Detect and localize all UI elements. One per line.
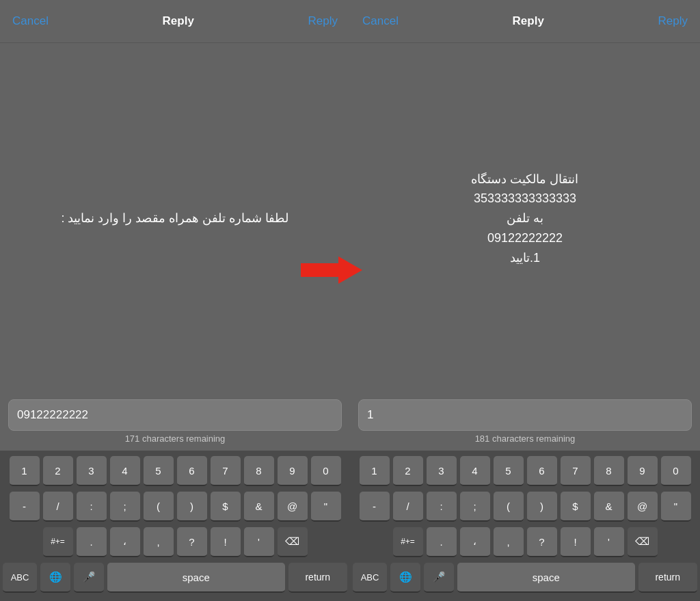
key-colon-left[interactable]: : (77, 492, 107, 522)
input-area-left: 171 characters remaining (0, 394, 350, 451)
kb-row-3-right: #+= . ، , ? ! ' ⌫ (353, 527, 697, 557)
key-1-right[interactable]: 1 (360, 456, 390, 486)
key-9-right[interactable]: 9 (628, 456, 658, 486)
reply-button-right[interactable]: Reply (658, 14, 688, 28)
key-slash-right[interactable]: / (393, 492, 423, 522)
kb-row-numbers-left: 1 2 3 4 5 6 7 8 9 0 (3, 456, 347, 486)
key-hashplus-left[interactable]: #+= (43, 527, 73, 557)
key-comma-right[interactable]: ، (460, 527, 490, 557)
key-9-left[interactable]: 9 (278, 456, 308, 486)
key-apos-left[interactable]: ' (244, 527, 274, 557)
key-0-left[interactable]: 0 (311, 456, 341, 486)
msg-line-2: 353333333333333 (471, 189, 578, 209)
cancel-button-left[interactable]: Cancel (12, 14, 49, 28)
msg-line-3: به تلفن (471, 209, 578, 228)
nav-title-right: Reply (513, 14, 544, 28)
key-delete-left[interactable]: ⌫ (278, 527, 308, 557)
key-lparen-right[interactable]: ( (494, 492, 524, 522)
key-quote-right[interactable]: " (661, 492, 691, 522)
keyboard-left: 1 2 3 4 5 6 7 8 9 0 - / : ; ( ) $ & @ " … (0, 451, 350, 601)
key-comma2-left[interactable]: , (144, 527, 174, 557)
kb-row-bottom-left: ABC 🌐 🎤 space return (3, 563, 347, 593)
key-amp-left[interactable]: & (244, 492, 274, 522)
sms-input-right[interactable] (358, 399, 692, 431)
key-globe-right[interactable]: 🌐 (390, 563, 420, 593)
key-period-right[interactable]: . (427, 527, 457, 557)
key-colon-right[interactable]: : (427, 492, 457, 522)
nav-title-left: Reply (163, 14, 194, 28)
key-2-right[interactable]: 2 (393, 456, 423, 486)
key-delete-right[interactable]: ⌫ (628, 527, 658, 557)
key-rparen-right[interactable]: ) (527, 492, 557, 522)
input-area-right: 181 characters remaining (350, 394, 700, 451)
key-comma-left[interactable]: ، (110, 527, 140, 557)
key-exclaim-left[interactable]: ! (211, 527, 241, 557)
key-return-left[interactable]: return (288, 563, 348, 593)
key-apos-right[interactable]: ' (594, 527, 624, 557)
key-question-right[interactable]: ? (527, 527, 557, 557)
nav-bar-left: Cancel Reply Reply (0, 0, 350, 43)
keyboard-right: 1 2 3 4 5 6 7 8 9 0 - / : ; ( ) $ & @ " … (350, 451, 700, 601)
key-return-right[interactable]: return (638, 563, 698, 593)
kb-row-sym-left: - / : ; ( ) $ & @ " (3, 492, 347, 522)
key-6-right[interactable]: 6 (527, 456, 557, 486)
key-dash-left[interactable]: - (10, 492, 40, 522)
key-8-left[interactable]: 8 (244, 456, 274, 486)
nav-bar-right: Cancel Reply Reply (350, 0, 700, 43)
msg-line-5: 1.تایید (471, 248, 578, 268)
char-count-left: 171 characters remaining (8, 431, 342, 448)
key-dollar-left[interactable]: $ (211, 492, 241, 522)
key-mic-left[interactable]: 🎤 (74, 563, 104, 593)
key-quote-left[interactable]: " (311, 492, 341, 522)
key-2-left[interactable]: 2 (43, 456, 73, 486)
kb-row-3-left: #+= . ، , ? ! ' ⌫ (3, 527, 347, 557)
key-dollar-right[interactable]: $ (561, 492, 591, 522)
key-6-left[interactable]: 6 (177, 456, 207, 486)
key-abc-left[interactable]: ABC (3, 563, 37, 593)
message-area-left: لطفا شماره تلفن همراه مقصد را وارد نمایی… (0, 43, 350, 394)
key-4-left[interactable]: 4 (110, 456, 140, 486)
kb-row-numbers-right: 1 2 3 4 5 6 7 8 9 0 (353, 456, 697, 486)
key-0-right[interactable]: 0 (661, 456, 691, 486)
key-5-left[interactable]: 5 (144, 456, 174, 486)
key-4-right[interactable]: 4 (460, 456, 490, 486)
key-3-right[interactable]: 3 (427, 456, 457, 486)
panel-right: Cancel Reply Reply انتقال مالکیت دستگاه … (350, 0, 700, 601)
key-rparen-left[interactable]: ) (177, 492, 207, 522)
key-8-right[interactable]: 8 (594, 456, 624, 486)
key-semi-right[interactable]: ; (460, 492, 490, 522)
msg-line-1: انتقال مالکیت دستگاه (471, 170, 578, 189)
key-space-left[interactable]: space (107, 563, 285, 593)
kb-row-sym-right: - / : ; ( ) $ & @ " (353, 492, 697, 522)
key-hashplus-right[interactable]: #+= (393, 527, 423, 557)
key-abc-right[interactable]: ABC (353, 563, 387, 593)
key-lparen-left[interactable]: ( (144, 492, 174, 522)
key-7-right[interactable]: 7 (561, 456, 591, 486)
key-space-right[interactable]: space (457, 563, 635, 593)
key-3-left[interactable]: 3 (77, 456, 107, 486)
message-text-left: لطفا شماره تلفن همراه مقصد را وارد نمایی… (61, 209, 288, 228)
key-period-left[interactable]: . (77, 527, 107, 557)
sms-input-left[interactable] (8, 399, 342, 431)
key-1-left[interactable]: 1 (10, 456, 40, 486)
kb-row-bottom-right: ABC 🌐 🎤 space return (353, 563, 697, 593)
key-comma2-right[interactable]: , (494, 527, 524, 557)
key-slash-left[interactable]: / (43, 492, 73, 522)
key-7-left[interactable]: 7 (211, 456, 241, 486)
key-dash-right[interactable]: - (360, 492, 390, 522)
panel-left: Cancel Reply Reply لطفا شماره تلفن همراه… (0, 0, 350, 601)
reply-button-left[interactable]: Reply (308, 14, 338, 28)
key-5-right[interactable]: 5 (494, 456, 524, 486)
cancel-button-right[interactable]: Cancel (362, 14, 399, 28)
key-mic-right[interactable]: 🎤 (424, 563, 454, 593)
key-at-left[interactable]: @ (278, 492, 308, 522)
msg-line-4: 09122222222 (471, 228, 578, 248)
key-semi-left[interactable]: ; (110, 492, 140, 522)
key-exclaim-right[interactable]: ! (561, 527, 591, 557)
message-area-right: انتقال مالکیت دستگاه 353333333333333 به … (350, 43, 700, 394)
key-amp-right[interactable]: & (594, 492, 624, 522)
key-at-right[interactable]: @ (628, 492, 658, 522)
message-text-right: انتقال مالکیت دستگاه 353333333333333 به … (471, 170, 578, 268)
key-globe-left[interactable]: 🌐 (40, 563, 70, 593)
key-question-left[interactable]: ? (177, 527, 207, 557)
